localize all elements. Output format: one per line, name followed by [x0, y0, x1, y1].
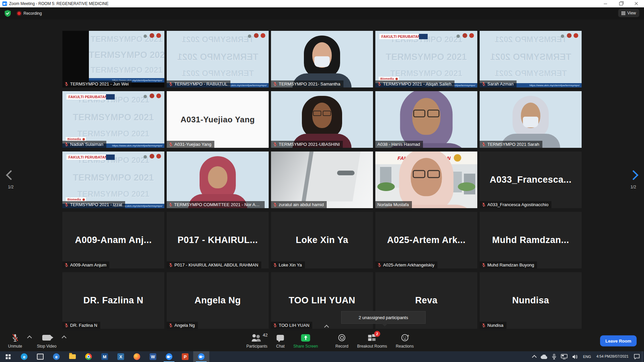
video-tile[interactable]: TERMSYMPO 2021 Sarah — [480, 91, 582, 148]
audio-options-button[interactable] — [27, 335, 32, 341]
muted-mic-icon — [64, 202, 68, 207]
encryption-shield-icon[interactable] — [5, 10, 11, 17]
maximize-button[interactable] — [613, 0, 629, 7]
record-label: Record — [335, 344, 348, 349]
excel-icon[interactable]: X — [113, 351, 129, 362]
video-tile[interactable]: TERMSYMPO 2021TERMSYMPO 2021TERMSYMPO 20… — [62, 91, 164, 148]
participant-name-label: DR. Fazlina N — [62, 322, 100, 329]
close-button[interactable] — [629, 0, 644, 7]
chat-button[interactable]: Chat — [273, 330, 287, 351]
next-page-button[interactable]: 1/2 — [627, 172, 640, 189]
participant-name-label: Norlaila Mustafa — [375, 201, 412, 208]
shared-slide-video: TERMSYMPO 2021TERMSYMPO 2021TERMSYMPO 20… — [167, 31, 269, 87]
firefox-icon[interactable] — [129, 351, 145, 362]
leave-room-button[interactable]: Leave Room — [600, 336, 637, 347]
video-tile[interactable]: A031-Yuejiao YangA031-Yuejiao Yang — [167, 91, 269, 148]
video-tile[interactable]: TERMSYMPO 2021TERMSYMPO 2021TERMSYMPO 20… — [62, 152, 164, 208]
video-options-button[interactable] — [61, 335, 67, 341]
start-button[interactable] — [0, 351, 16, 362]
video-tile[interactable]: DR. Fazlina NDR. Fazlina N — [62, 272, 164, 329]
video-tile[interactable]: TERMSYMPO 2021-UBASHINI — [271, 91, 373, 148]
desktop: Zoom Meeting - ROOM 5: REGENERATIVE MEDI… — [0, 0, 644, 362]
muted-mic-icon — [169, 323, 173, 327]
video-tile[interactable]: Angela NgAngela Ng — [167, 272, 269, 329]
share-screen-icon — [301, 334, 310, 342]
breakout-rooms-button[interactable]: 2 Breakout Rooms — [355, 330, 390, 351]
window-title: Zoom Meeting - ROOM 5: REGENERATIVE MEDI… — [9, 1, 109, 6]
video-tile[interactable]: A038 - Hanis Hasmad — [375, 91, 477, 148]
muted-mic-icon — [64, 142, 68, 146]
onedrive-icon[interactable] — [538, 351, 550, 362]
language-indicator[interactable]: ENG — [581, 351, 593, 362]
video-tile[interactable]: TERMSYMPO COMMITTEE 2021 - Nor Amirra... — [167, 152, 269, 208]
video-tile[interactable]: NundisaNundisa — [480, 272, 582, 329]
participant-name-label: TERMSYMPO 2021-UBASHINI — [271, 141, 343, 148]
file-explorer-icon — [69, 354, 76, 359]
action-center-icon[interactable] — [632, 351, 642, 362]
video-tile[interactable]: P017 - KHAIRUL...P017 - KHAIRUL AKMAL AB… — [167, 212, 269, 268]
video-tile[interactable]: TERMSYMPO 2021TERMSYMPO 2021TERMSYMPO 20… — [62, 31, 164, 87]
chevron-up-icon — [532, 355, 537, 359]
stop-video-button[interactable]: Stop Video — [34, 330, 59, 351]
participant-name-label: A033_Francesca Agostinacchio — [480, 201, 551, 208]
reactions-button[interactable]: + Reactions — [393, 330, 416, 351]
internet-explorer-icon[interactable]: e — [48, 351, 64, 362]
minimize-button[interactable] — [598, 0, 613, 7]
zoom-window-icon — [166, 353, 172, 360]
word-icon[interactable]: W — [145, 351, 161, 362]
participant-name-label: A009-Anam Anjum — [62, 261, 109, 268]
tile-center-name: Muhd Ramdzan... — [480, 212, 582, 268]
video-tile[interactable]: A033_Francesca...A033_Francesca Agostina… — [480, 152, 582, 208]
zoom-window-icon[interactable] — [161, 351, 177, 362]
task-view-icon[interactable] — [32, 351, 48, 362]
participant-figure — [287, 36, 357, 87]
participant-name-label: Nadiah Sulaiman — [62, 141, 106, 148]
tile-center-name: Nundisa — [480, 272, 582, 329]
video-tile[interactable]: A009-Anam Anj...A009-Anam Anjum — [62, 212, 164, 268]
participant-name-label: A031-Yuejiao Yang — [167, 141, 214, 148]
video-tile[interactable]: A025-Artem Ark...A025-Artem Arkhangelski… — [375, 212, 477, 268]
video-tile[interactable]: Loke Xin YaLoke Xin Ya — [271, 212, 373, 268]
participant-figure — [375, 91, 477, 148]
powerpoint-icon[interactable]: P — [177, 351, 193, 362]
video-grid: TERMSYMPO 2021TERMSYMPO 2021TERMSYMPO 20… — [62, 31, 582, 329]
view-label: View — [627, 11, 636, 15]
video-tile[interactable]: TERMSYMPO 2021- Samantha — [271, 31, 373, 87]
excel-icon: X — [117, 353, 124, 360]
show-desktop-button[interactable] — [642, 351, 644, 362]
screen-share-status-icon[interactable] — [558, 351, 570, 362]
breakout-rooms-badge: 2 — [374, 331, 380, 337]
video-tile[interactable]: TERMSYMPO 2021TERMSYMPO 2021TERMSYMPO 20… — [375, 31, 477, 87]
video-tile[interactable]: TERMSYMPO 2021TERMSYMPO 2021TERMSYMPO 20… — [480, 31, 582, 87]
zoom-app-icon[interactable] — [193, 351, 209, 362]
slide-logos-icon — [156, 94, 161, 98]
tray-expand-button[interactable] — [530, 351, 538, 362]
muted-mic-icon — [482, 142, 486, 146]
video-tile[interactable]: Muhd Ramdzan...Muhd Ramdzan Buyong — [480, 212, 582, 268]
file-explorer-icon[interactable] — [64, 351, 80, 362]
video-tile[interactable]: zuratul ain abdul hamid — [271, 152, 373, 208]
previous-page-button[interactable]: 1/2 — [4, 172, 17, 189]
taskbar-clock[interactable]: 4:54 PM 28/07/2021 — [593, 351, 632, 362]
record-button[interactable]: Record — [333, 330, 351, 351]
video-tile[interactable]: FAKULTI PERUBATANNorlaila Mustafa — [375, 152, 477, 208]
unmute-button[interactable]: Unmute — [5, 330, 25, 351]
mail-icon[interactable]: M — [97, 351, 113, 362]
share-options-button[interactable] — [324, 324, 329, 330]
tile-center-name: A025-Artem Ark... — [375, 212, 477, 268]
firefox-icon — [133, 353, 140, 360]
tile-center-name: Loke Xin Ya — [271, 212, 373, 268]
page-indicator-right: 1/2 — [627, 185, 640, 189]
participants-button[interactable]: 42 Participants — [244, 330, 270, 351]
edge-icon[interactable]: e — [16, 351, 32, 362]
share-screen-label: Share Screen — [293, 344, 318, 349]
tray-mic-icon[interactable] — [550, 351, 558, 362]
volume-icon[interactable] — [570, 351, 581, 362]
share-screen-button[interactable]: Share Screen — [291, 330, 321, 351]
video-tile[interactable]: TERMSYMPO 2021TERMSYMPO 2021TERMSYMPO 20… — [167, 31, 269, 87]
window-titlebar: Zoom Meeting - ROOM 5: REGENERATIVE MEDI… — [0, 0, 644, 7]
chevron-up-icon — [27, 336, 32, 340]
view-button[interactable]: View — [618, 9, 639, 17]
chrome-icon[interactable] — [80, 351, 97, 362]
word-icon: W — [150, 353, 156, 360]
